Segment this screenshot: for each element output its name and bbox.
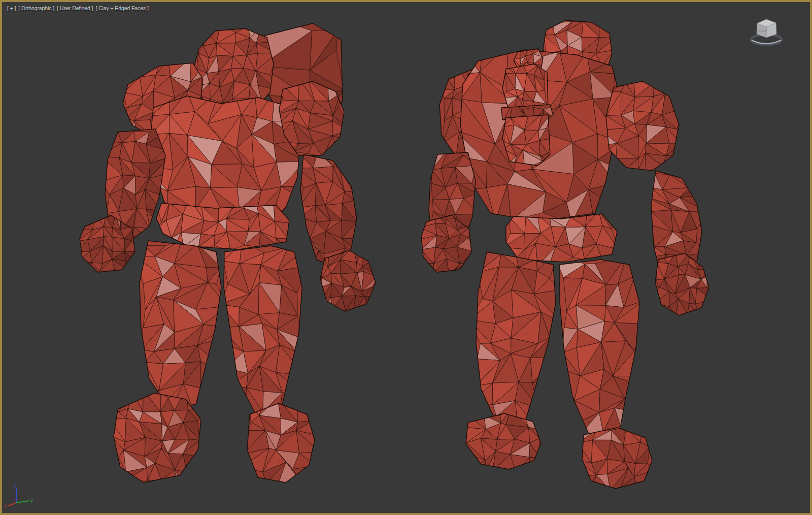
- character-front-view-leg-right: [220, 241, 308, 417]
- viewport-canvas[interactable]: [2, 2, 810, 513]
- viewcube-front-label: FRONT: [758, 30, 767, 33]
- viewcube[interactable]: FRONT: [742, 11, 791, 50]
- y-axis-line: [16, 501, 29, 503]
- character-back-view-boot-left: [463, 409, 545, 473]
- character-back-view-shoulder-right: [601, 77, 684, 173]
- character-front-view[interactable]: [77, 10, 378, 486]
- world-axis-gizmo: z y x: [3, 479, 41, 512]
- x-axis-label: x: [4, 503, 7, 509]
- viewport-root: [ + ] [ Orthographic ] [ User Defined ] …: [0, 0, 812, 515]
- viewcube-cube[interactable]: [757, 19, 776, 38]
- viewport-label: [ + ] [ Orthographic ] [ User Defined ] …: [7, 5, 149, 11]
- viewport-menu-general[interactable]: [ + ]: [7, 5, 16, 11]
- character-front-view-leg-left: [136, 240, 228, 414]
- viewport-menu-camera[interactable]: [ User Defined ]: [57, 5, 93, 11]
- x-axis-line: [8, 503, 16, 506]
- character-front-view-fist-right: [320, 247, 378, 315]
- character-back-view-leg-left: [469, 245, 562, 427]
- character-back-view[interactable]: [418, 17, 712, 492]
- z-axis-label: z: [14, 482, 17, 488]
- character-front-view-boot-right: [242, 398, 320, 486]
- viewport-menu-pov[interactable]: [ Orthographic ]: [18, 5, 54, 11]
- character-back-view-leg-right: [553, 252, 644, 439]
- viewport-menu-shading[interactable]: [ Clay + Edged Faces ]: [95, 5, 148, 11]
- character-back-view-fist-right: [653, 249, 712, 319]
- y-axis-label: y: [30, 498, 33, 503]
